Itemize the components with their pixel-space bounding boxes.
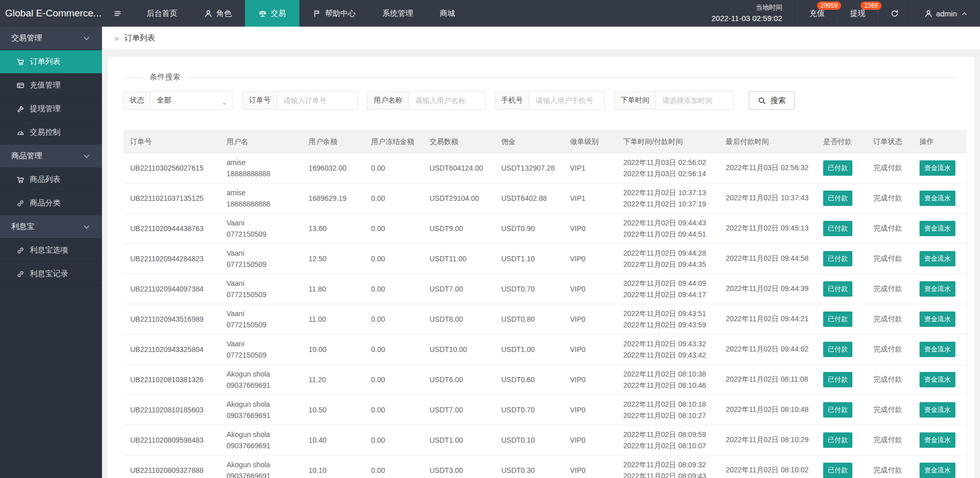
nav-item-3[interactable]: 交易 bbox=[245, 0, 299, 27]
user-cell: amise18888888888 bbox=[221, 153, 303, 183]
order-status-cell: 完成付款 bbox=[868, 455, 914, 478]
balance-cell: 1696032.00 bbox=[303, 153, 366, 183]
sidebar-group-2[interactable]: 商品管理 bbox=[0, 144, 102, 168]
paid-cell: 已付款 bbox=[818, 153, 868, 183]
sidebar-toggle-button[interactable] bbox=[102, 0, 133, 27]
paid-status-badge: 已付款 bbox=[823, 251, 852, 266]
frozen-amount-cell: 0.00 bbox=[366, 274, 424, 304]
column-header: 做单级别 bbox=[565, 131, 618, 153]
sidebar-group-3[interactable]: 利息宝 bbox=[0, 215, 102, 239]
last-pay-time-cell: 2022年11月02日 09:45:13 bbox=[721, 214, 818, 244]
paid-cell: 已付款 bbox=[818, 304, 868, 335]
status-select[interactable]: 全部 bbox=[150, 91, 233, 110]
order-no-input[interactable] bbox=[277, 91, 358, 110]
sidebar-item-提现管理[interactable]: 提现管理 bbox=[0, 97, 102, 121]
fund-flow-button[interactable]: 资金流水 bbox=[920, 463, 955, 478]
recharge-button[interactable]: 充值 29959 bbox=[797, 0, 837, 27]
sidebar-item-交易控制[interactable]: 交易控制 bbox=[0, 121, 102, 144]
fund-flow-button[interactable]: 资金流水 bbox=[920, 281, 955, 297]
trade-amount-cell: USDT9.00 bbox=[424, 214, 496, 244]
user-name: admin bbox=[936, 9, 957, 18]
sidebar-item-利息宝选项[interactable]: 利息宝选项 bbox=[0, 239, 102, 262]
column-header: 用户名 bbox=[221, 131, 303, 153]
order-no-cell: UB2211020943516989 bbox=[123, 304, 221, 335]
nav-item-4[interactable]: 帮助中心 bbox=[299, 0, 369, 27]
gauge-icon bbox=[16, 129, 25, 137]
fund-flow-button[interactable]: 资金流水 bbox=[920, 251, 955, 266]
order-no-cell: UB2211020944097384 bbox=[123, 274, 221, 304]
search-button[interactable]: 搜索 bbox=[749, 91, 794, 110]
phone-input[interactable] bbox=[529, 91, 605, 110]
paid-status-badge: 已付款 bbox=[823, 402, 852, 418]
recharge-count-badge: 29959 bbox=[817, 2, 841, 10]
sidebar-group-label: 交易管理 bbox=[11, 33, 42, 43]
phone-filter: 手机号 bbox=[495, 91, 605, 110]
balance-cell: 11.20 bbox=[303, 365, 366, 395]
balance-cell: 1689629.19 bbox=[303, 183, 366, 214]
user-name-input[interactable] bbox=[409, 91, 485, 110]
vip-level-cell: VIP1 bbox=[565, 153, 618, 183]
order-pay-time-cell: 2022年11月02日 09:43:322022年11月02日 09:43:42 bbox=[618, 335, 721, 365]
withdraw-button[interactable]: 提现 2369 bbox=[837, 0, 877, 27]
paid-status-badge: 已付款 bbox=[823, 372, 852, 387]
frozen-amount-cell: 0.00 bbox=[366, 214, 424, 244]
order-no-cell: UB2211020809327888 bbox=[123, 455, 221, 478]
trade-amount-cell: USDT7.00 bbox=[424, 395, 496, 425]
order-pay-time-cell: 2022年11月02日 08:09:592022年11月02日 08:10:07 bbox=[618, 425, 721, 455]
search-button-label: 搜索 bbox=[770, 96, 786, 106]
user-cell: Vaani0772150509 bbox=[221, 244, 303, 274]
sidebar: 交易管理订单列表充值管理提现管理交易控制商品管理商品列表商品分类利息宝利息宝选项… bbox=[0, 27, 102, 478]
sidebar-item-利息宝记录[interactable]: 利息宝记录 bbox=[0, 262, 102, 286]
order-no-label: 订单号 bbox=[242, 91, 277, 110]
fund-flow-button[interactable]: 资金流水 bbox=[920, 342, 955, 357]
frozen-amount-cell: 0.00 bbox=[366, 365, 424, 395]
paid-cell: 已付款 bbox=[818, 425, 868, 455]
nav-item-6[interactable]: 商城 bbox=[426, 0, 468, 27]
sidebar-item-商品分类[interactable]: 商品分类 bbox=[0, 192, 102, 215]
user-menu[interactable]: admin bbox=[911, 0, 980, 27]
top-navbar: Global E-Commerce... 后台首页角色交易帮助中心系统管理商城 … bbox=[0, 0, 980, 27]
breadcrumb: » 订单列表 bbox=[102, 27, 980, 50]
trade-amount-cell: USDT6.00 bbox=[424, 365, 496, 395]
refresh-icon bbox=[890, 9, 899, 18]
fund-flow-button[interactable]: 资金流水 bbox=[920, 402, 955, 418]
sidebar-item-订单列表[interactable]: 订单列表 bbox=[0, 50, 102, 74]
fund-flow-button[interactable]: 资金流水 bbox=[920, 160, 955, 176]
nav-item-1[interactable]: 后台首页 bbox=[133, 0, 191, 27]
action-cell: 资金流水 bbox=[914, 274, 967, 304]
search-icon bbox=[758, 96, 766, 105]
status-label: 状态 bbox=[123, 91, 150, 110]
commission-cell: USDT6402.88 bbox=[496, 183, 565, 214]
search-fieldset-legend: 条件搜索 bbox=[144, 72, 187, 82]
app-logo[interactable]: Global E-Commerce... bbox=[0, 0, 102, 27]
fund-flow-button[interactable]: 资金流水 bbox=[920, 311, 955, 327]
sidebar-group-label: 利息宝 bbox=[11, 222, 34, 232]
fund-flow-button[interactable]: 资金流水 bbox=[920, 372, 955, 387]
order-time-input[interactable] bbox=[656, 91, 733, 110]
hammer-icon bbox=[16, 105, 25, 113]
chevron-down-icon bbox=[83, 152, 91, 160]
user-cell: Vaani0772150509 bbox=[221, 304, 303, 335]
sidebar-item-商品列表[interactable]: 商品列表 bbox=[0, 168, 102, 192]
navbar-tools: 当地时间 2022-11-03 02:59:02 充值 29959 提现 236… bbox=[697, 0, 980, 27]
nav-item-5[interactable]: 系统管理 bbox=[369, 0, 426, 27]
order-no-cell: UB2211030256027615 bbox=[123, 153, 221, 183]
paid-status-badge: 已付款 bbox=[823, 281, 852, 297]
fund-flow-button[interactable]: 资金流水 bbox=[920, 191, 955, 206]
last-pay-time-cell: 2022年11月02日 09:44:39 bbox=[721, 274, 818, 304]
last-pay-time-cell: 2022年11月02日 08:10:02 bbox=[721, 455, 818, 478]
order-status-cell: 完成付款 bbox=[868, 335, 914, 365]
scales-icon bbox=[258, 9, 267, 18]
sidebar-item-label: 商品分类 bbox=[30, 198, 60, 208]
refresh-button[interactable] bbox=[877, 0, 911, 27]
trade-amount-cell: USDT7.00 bbox=[424, 274, 496, 304]
sidebar-item-label: 提现管理 bbox=[30, 104, 60, 114]
vip-level-cell: VIP0 bbox=[565, 214, 618, 244]
fund-flow-button[interactable]: 资金流水 bbox=[920, 221, 955, 236]
column-header: 佣金 bbox=[496, 131, 565, 153]
nav-item-2[interactable]: 角色 bbox=[191, 0, 245, 27]
sidebar-group-1[interactable]: 交易管理 bbox=[0, 27, 102, 50]
fund-flow-button[interactable]: 资金流水 bbox=[920, 432, 955, 448]
sidebar-item-充值管理[interactable]: 充值管理 bbox=[0, 74, 102, 97]
nav-item-label: 商城 bbox=[440, 9, 455, 18]
